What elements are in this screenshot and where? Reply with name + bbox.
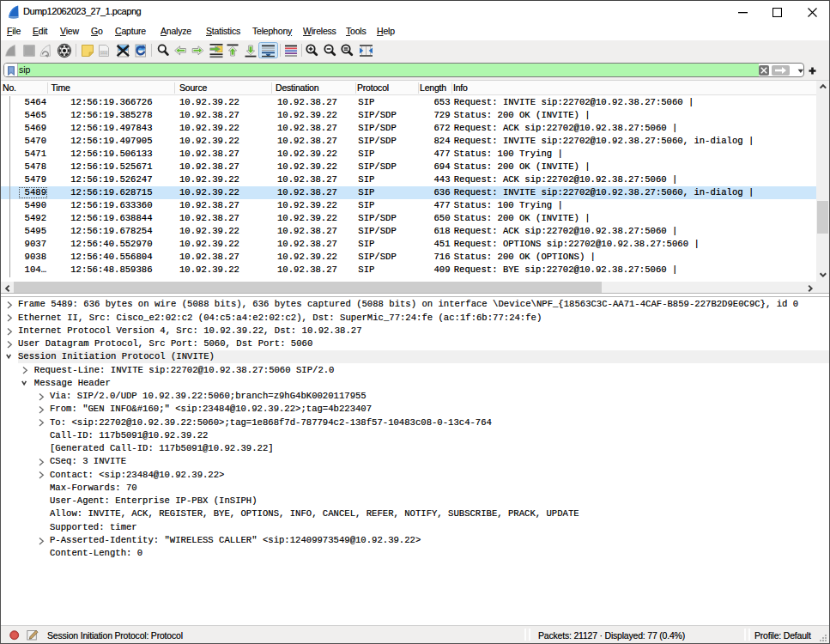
- svg-text:010: 010: [101, 51, 108, 55]
